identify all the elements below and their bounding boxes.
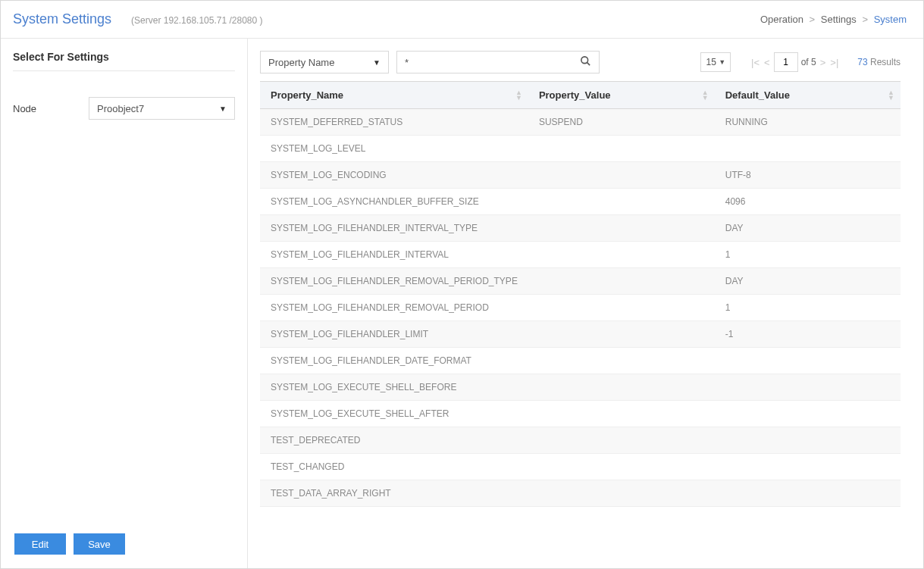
toolbar: Property Name ▼ 15 ▼ |< < — [260, 51, 901, 73]
cell-name: SYSTEM_LOG_FILEHANDLER_INTERVAL — [260, 242, 528, 268]
cell-value — [528, 321, 715, 348]
cell-name: SYSTEM_LOG_FILEHANDLER_DATE_FORMAT — [260, 348, 528, 374]
cell-default — [715, 480, 901, 507]
next-page-button[interactable]: > — [819, 57, 827, 68]
cell-name: TEST_DEPRECATED — [260, 427, 528, 454]
node-label: Node — [13, 103, 89, 114]
sidebar: Select For Settings Node Proobject7 ▼ Ed… — [1, 39, 248, 568]
breadcrumb-settings[interactable]: Settings — [821, 14, 857, 25]
cell-value — [528, 242, 715, 268]
chevron-down-icon: ▼ — [219, 105, 227, 113]
cell-name: SYSTEM_LOG_EXECUTE_SHELL_AFTER — [260, 401, 528, 427]
column-header-value[interactable]: Property_Value ▲▼ — [528, 82, 715, 109]
cell-default: 4096 — [715, 189, 901, 215]
table-row[interactable]: SYSTEM_LOG_EXECUTE_SHELL_AFTER — [260, 401, 901, 427]
svg-line-1 — [587, 62, 590, 65]
page-of-label: of 5 — [801, 57, 816, 67]
cell-value — [528, 295, 715, 321]
table-row[interactable]: SYSTEM_LOG_FILEHANDLER_REMOVAL_PERIOD1 — [260, 295, 901, 321]
prev-page-button[interactable]: < — [763, 57, 771, 68]
cell-default: 1 — [715, 295, 901, 321]
node-select-value: Proobject7 — [97, 103, 144, 114]
table-row[interactable]: SYSTEM_LOG_ASYNCHANDLER_BUFFER_SIZE4096 — [260, 189, 901, 215]
table-row[interactable]: SYSTEM_LOG_FILEHANDLER_INTERVAL1 — [260, 242, 901, 268]
table-row[interactable]: SYSTEM_DEFERRED_STATUSSUSPENDRUNNING — [260, 109, 901, 136]
sort-icon[interactable]: ▲▼ — [702, 90, 709, 101]
filter-select-value: Property Name — [268, 57, 334, 68]
breadcrumb-system[interactable]: System — [874, 14, 907, 25]
cell-name: SYSTEM_LOG_FILEHANDLER_LIMIT — [260, 321, 528, 348]
page-input[interactable] — [774, 52, 798, 72]
cell-default — [715, 427, 901, 454]
cell-default — [715, 348, 901, 374]
cell-default: RUNNING — [715, 109, 901, 136]
cell-name: SYSTEM_LOG_FILEHANDLER_REMOVAL_PERIOD — [260, 295, 528, 321]
cell-default: 1 — [715, 242, 901, 268]
cell-name: TEST_DATA_ARRAY_RIGHT — [260, 480, 528, 507]
cell-value — [528, 454, 715, 480]
breadcrumb: Operation > Settings > System — [760, 14, 907, 25]
cell-value — [528, 215, 715, 242]
cell-default: UTF-8 — [715, 162, 901, 189]
table-row[interactable]: TEST_CHANGED — [260, 454, 901, 480]
cell-value: SUSPEND — [528, 109, 715, 136]
cell-name: SYSTEM_LOG_LEVEL — [260, 136, 528, 162]
chevron-right-icon: > — [810, 14, 816, 25]
cell-value — [528, 189, 715, 215]
page-header: System Settings (Server 192.168.105.71 /… — [1, 1, 923, 39]
cell-name: SYSTEM_LOG_ASYNCHANDLER_BUFFER_SIZE — [260, 189, 528, 215]
cell-value — [528, 480, 715, 507]
node-select[interactable]: Proobject7 ▼ — [89, 97, 235, 120]
cell-default: -1 — [715, 321, 901, 348]
cell-value — [528, 427, 715, 454]
cell-value — [528, 374, 715, 401]
results-count: 73 Results — [857, 57, 901, 67]
edit-button[interactable]: Edit — [14, 533, 66, 555]
search-icon[interactable] — [580, 55, 591, 69]
cell-name: SYSTEM_LOG_FILEHANDLER_REMOVAL_PERIOD_TY… — [260, 268, 528, 295]
pager: |< < of 5 > >| — [750, 52, 839, 72]
table-row[interactable]: SYSTEM_LOG_EXECUTE_SHELL_BEFORE — [260, 374, 901, 401]
cell-value — [528, 162, 715, 189]
table-row[interactable]: SYSTEM_LOG_FILEHANDLER_DATE_FORMAT — [260, 348, 901, 374]
page-size-select[interactable]: 15 ▼ — [700, 52, 731, 72]
main-content: Property Name ▼ 15 ▼ |< < — [248, 39, 923, 568]
table-row[interactable]: SYSTEM_LOG_FILEHANDLER_REMOVAL_PERIOD_TY… — [260, 268, 901, 295]
sidebar-title: Select For Settings — [13, 51, 235, 71]
cell-default: DAY — [715, 215, 901, 242]
first-page-button[interactable]: |< — [750, 57, 760, 68]
column-header-default[interactable]: Default_Value ▲▼ — [715, 82, 901, 109]
table-row[interactable]: TEST_DATA_ARRAY_RIGHT — [260, 480, 901, 507]
column-header-name[interactable]: Property_Name ▲▼ — [260, 82, 528, 109]
svg-point-0 — [581, 57, 588, 64]
last-page-button[interactable]: >| — [829, 57, 839, 68]
cell-name: SYSTEM_LOG_ENCODING — [260, 162, 528, 189]
cell-value — [528, 348, 715, 374]
filter-select[interactable]: Property Name ▼ — [260, 51, 389, 73]
page-title: System Settings — [13, 11, 111, 27]
search-box — [396, 51, 600, 73]
breadcrumb-operation[interactable]: Operation — [760, 14, 803, 25]
cell-value — [528, 268, 715, 295]
chevron-down-icon: ▼ — [373, 58, 381, 67]
table-row[interactable]: TEST_DEPRECATED — [260, 427, 901, 454]
table-row[interactable]: SYSTEM_LOG_LEVEL — [260, 136, 901, 162]
cell-value — [528, 401, 715, 427]
cell-name: SYSTEM_LOG_EXECUTE_SHELL_BEFORE — [260, 374, 528, 401]
sort-icon[interactable]: ▲▼ — [515, 90, 522, 101]
cell-name: SYSTEM_DEFERRED_STATUS — [260, 109, 528, 136]
cell-default — [715, 136, 901, 162]
cell-default — [715, 454, 901, 480]
table-row[interactable]: SYSTEM_LOG_FILEHANDLER_INTERVAL_TYPEDAY — [260, 215, 901, 242]
search-input[interactable] — [405, 57, 580, 68]
table-row[interactable]: SYSTEM_LOG_ENCODINGUTF-8 — [260, 162, 901, 189]
cell-name: SYSTEM_LOG_FILEHANDLER_INTERVAL_TYPE — [260, 215, 528, 242]
save-button[interactable]: Save — [74, 533, 125, 555]
table-row[interactable]: SYSTEM_LOG_FILEHANDLER_LIMIT-1 — [260, 321, 901, 348]
cell-name: TEST_CHANGED — [260, 454, 528, 480]
cell-default — [715, 401, 901, 427]
sort-icon[interactable]: ▲▼ — [888, 90, 894, 101]
cell-value — [528, 136, 715, 162]
cell-default: DAY — [715, 268, 901, 295]
server-info: (Server 192.168.105.71 /28080 ) — [131, 15, 262, 26]
